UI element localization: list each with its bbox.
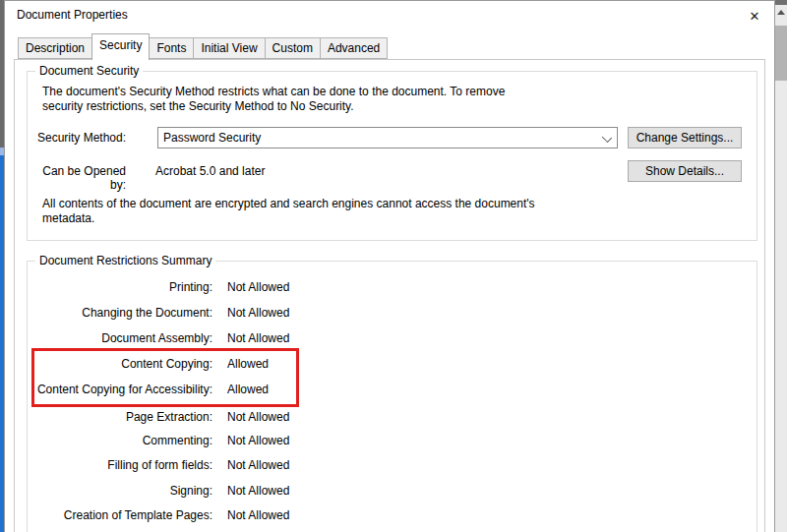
security-method-label: Security Method: <box>28 131 126 145</box>
restriction-value: Not Allowed <box>227 280 289 294</box>
restriction-label: Document Assembly: <box>28 331 212 345</box>
restriction-value: Not Allowed <box>227 458 289 472</box>
highlight-annotation <box>31 348 299 407</box>
restriction-value: Not Allowed <box>227 410 289 424</box>
document-restrictions-group: Document Restrictions Summary Printing: … <box>27 261 757 532</box>
close-icon[interactable]: ✕ <box>745 6 764 26</box>
document-security-group: Document Security The document's Securit… <box>27 71 757 241</box>
can-be-opened-by-label: Can be Opened by: <box>28 164 126 192</box>
metadata-note-line2: metadata. <box>42 211 94 226</box>
restriction-label: Printing: <box>28 280 212 294</box>
security-method-dropdown[interactable]: Password Security <box>157 127 618 148</box>
tab-advanced[interactable]: Advanced <box>320 37 388 59</box>
restriction-value: Not Allowed <box>227 484 289 498</box>
app-scrollbar[interactable] <box>775 0 787 532</box>
tab-strip: Description Security Fonts Initial View … <box>18 33 388 60</box>
can-be-opened-by-value: Acrobat 5.0 and later <box>155 164 265 179</box>
restriction-value: Not Allowed <box>227 508 289 522</box>
restriction-label: Creation of Template Pages: <box>28 508 212 522</box>
up-triangle-icon <box>777 10 785 15</box>
tab-fonts[interactable]: Fonts <box>149 37 194 59</box>
restriction-value: Not Allowed <box>227 434 289 447</box>
document-restrictions-legend: Document Restrictions Summary <box>35 254 215 267</box>
tab-custom[interactable]: Custom <box>265 37 321 59</box>
dialog-titlebar[interactable]: Document Properties ✕ <box>5 1 774 30</box>
scrollbar-thumb[interactable] <box>775 26 787 81</box>
security-intro-line1: The document's Security Method restricts… <box>42 85 505 99</box>
chevron-down-icon <box>602 133 612 143</box>
metadata-note-line1: All contents of the document are encrypt… <box>42 197 535 211</box>
show-details-button[interactable]: Show Details... <box>628 160 742 182</box>
scroll-up-arrow-icon[interactable] <box>775 5 787 19</box>
restriction-label: Commenting: <box>28 434 212 447</box>
document-security-legend: Document Security <box>35 64 143 78</box>
security-intro-line2: security restrictions, set the Security … <box>42 99 354 114</box>
restriction-label: Filling of form fields: <box>28 458 212 472</box>
dialog-title: Document Properties <box>17 8 128 22</box>
restriction-value: Not Allowed <box>227 331 289 345</box>
restriction-value: Not Allowed <box>227 306 289 320</box>
tab-initial-view[interactable]: Initial View <box>193 37 265 59</box>
security-tab-panel: Document Security The document's Securit… <box>14 59 765 532</box>
document-properties-dialog: Document Properties ✕ Description Securi… <box>4 0 775 532</box>
security-method-value: Password Security <box>163 131 261 145</box>
restriction-label: Page Extraction: <box>28 410 212 424</box>
change-settings-button[interactable]: Change Settings... <box>628 127 742 148</box>
tab-description[interactable]: Description <box>18 37 92 59</box>
restriction-label: Changing the Document: <box>28 306 212 320</box>
restriction-label: Signing: <box>28 484 212 498</box>
tab-security[interactable]: Security <box>91 33 150 60</box>
